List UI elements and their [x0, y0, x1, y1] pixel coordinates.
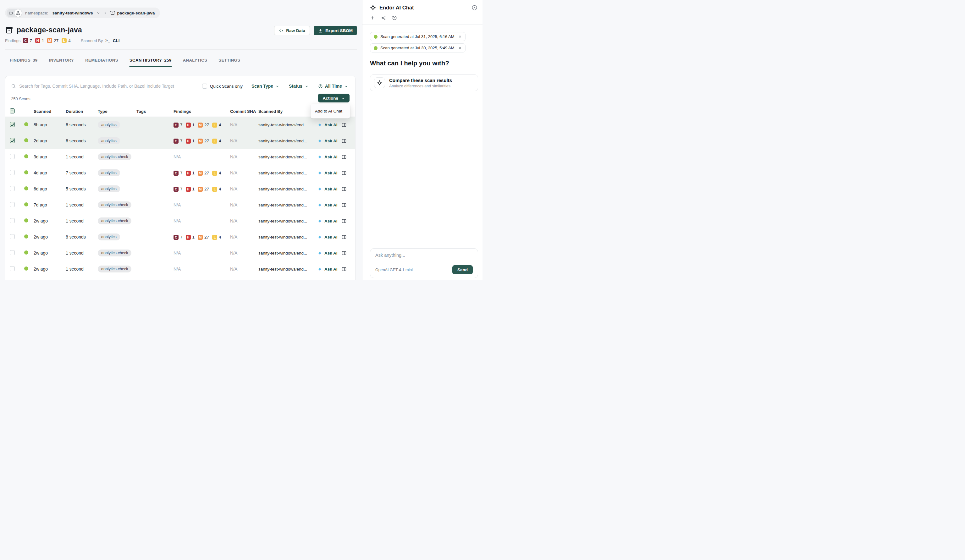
row-checkbox[interactable]	[10, 202, 15, 207]
severity-badge-H: H	[186, 122, 191, 127]
share-icon[interactable]	[381, 15, 386, 20]
history-icon[interactable]	[392, 15, 397, 20]
ask-ai-button[interactable]: Ask AI	[317, 155, 341, 159]
select-all-checkbox[interactable]	[10, 108, 15, 113]
chat-input[interactable]	[375, 253, 473, 258]
severity-M: M27	[198, 139, 209, 144]
ask-ai-button[interactable]: Ask AI	[317, 171, 341, 175]
search-input[interactable]	[19, 83, 199, 89]
open-side-panel-button[interactable]	[341, 138, 354, 144]
row-checkbox[interactable]	[10, 234, 15, 239]
row-duration: 1 second	[66, 250, 98, 255]
chip-remove-button[interactable]	[458, 35, 462, 38]
row-checkbox[interactable]	[10, 218, 15, 223]
close-chat-icon[interactable]	[471, 5, 478, 11]
tab-remediations[interactable]: REMEDIATIONS	[85, 54, 118, 67]
open-side-panel-button[interactable]	[341, 170, 354, 176]
raw-data-button[interactable]: Raw Data	[274, 26, 310, 35]
severity-badge-M: M	[198, 187, 203, 192]
open-side-panel-button[interactable]	[341, 234, 354, 240]
column-header-scanned-by: Scanned By	[258, 109, 317, 114]
side-panel-icon	[341, 138, 347, 144]
namespace-value[interactable]: sanity-test-windows	[52, 11, 93, 15]
row-checkbox[interactable]	[10, 138, 15, 143]
table-row[interactable]: 4d ago7 secondsanalyticsC7H1M27L4N/Asani…	[5, 165, 355, 181]
time-range-dropdown[interactable]: All Time	[318, 83, 348, 89]
na-value: N/A	[173, 154, 181, 159]
quick-scans-filter[interactable]: Quick Scans only	[202, 83, 243, 89]
ask-ai-button[interactable]: Ask AI	[317, 235, 341, 240]
scan-type-dropdown[interactable]: Scan Type	[252, 83, 280, 89]
chat-title: Endor AI Chat	[379, 5, 414, 11]
row-findings: N/A	[173, 250, 230, 255]
tab-findings[interactable]: FINDINGS39	[10, 54, 38, 67]
row-checkbox[interactable]	[10, 250, 15, 255]
table-row[interactable]: 3d ago1 secondanalytics-checkN/AN/Asanit…	[5, 149, 355, 165]
tree-view-icon[interactable]	[15, 10, 22, 17]
row-checkbox[interactable]	[10, 122, 15, 127]
table-row[interactable]: 6d ago5 secondsanalyticsC7H1M27L4N/Asani…	[5, 181, 355, 197]
export-sbom-button[interactable]: Export SBOM	[314, 26, 357, 35]
ask-ai-button[interactable]: Ask AI	[317, 203, 341, 207]
row-checkbox[interactable]	[10, 186, 15, 191]
ask-ai-label: Ask AI	[324, 267, 338, 271]
na-value: N/A	[173, 250, 181, 255]
row-commit-sha: N/A	[230, 234, 258, 240]
findings-summary: Findings C7H1M27L4 · Scanned By >_ CLI	[5, 38, 120, 43]
tab-analytics[interactable]: ANALYTICS	[183, 54, 208, 67]
chip-remove-icon	[458, 46, 462, 50]
namespace-chevron-down-icon[interactable]	[96, 11, 100, 15]
ask-ai-button[interactable]: Ask AI	[317, 139, 341, 143]
open-side-panel-button[interactable]	[341, 250, 354, 256]
column-header-tags: Tags	[136, 109, 173, 114]
tab-settings[interactable]: SETTINGS	[218, 54, 240, 67]
severity-badge-C: C	[173, 139, 178, 144]
severity-badge-M: M	[198, 235, 203, 240]
status-dropdown[interactable]: Status	[289, 83, 309, 89]
tab-inventory[interactable]: INVENTORY	[49, 54, 75, 67]
table-row[interactable]: 2d ago6 secondsanalyticsC7H1M27L4N/Asani…	[5, 133, 355, 149]
table-row[interactable]: 2w ago8 secondsanalyticsC7H1M27L4N/Asani…	[5, 229, 355, 245]
open-side-panel-button[interactable]	[341, 202, 354, 208]
menu-item-add-to-ai-chat[interactable]: Add to AI Chat	[311, 106, 350, 116]
row-duration: 1 second	[66, 154, 98, 159]
new-chat-icon[interactable]	[370, 15, 375, 20]
severity-count: 27	[204, 187, 209, 191]
header-divider	[5, 49, 357, 50]
table-row[interactable]: 7d ago1 secondanalytics-checkN/AN/Asanit…	[5, 197, 355, 213]
actions-button[interactable]: Actions	[318, 94, 350, 103]
row-checkbox[interactable]	[10, 170, 15, 175]
open-side-panel-button[interactable]	[341, 219, 354, 224]
ask-ai-button[interactable]: Ask AI	[317, 122, 341, 127]
open-side-panel-button[interactable]	[341, 122, 354, 127]
folder-view-icon[interactable]	[7, 10, 15, 17]
row-checkbox[interactable]	[10, 266, 15, 271]
scan-type-label: Scan Type	[252, 83, 273, 89]
tab-scan-history[interactable]: SCAN HISTORY259	[129, 54, 172, 67]
ask-ai-button[interactable]: Ask AI	[317, 267, 341, 271]
severity-badge-C: C	[173, 187, 178, 192]
row-checkbox[interactable]	[10, 154, 15, 159]
chip-remove-button[interactable]	[458, 46, 462, 50]
table-row[interactable]: 8h ago6 secondsanalyticsC7H1M27L4N/Asani…	[5, 117, 355, 133]
send-button[interactable]: Send	[452, 265, 473, 274]
page-header: package-scan-java Findings C7H1M27L4 · S…	[0, 18, 362, 43]
severity-H: H1	[186, 139, 195, 144]
suggestion-card[interactable]: Compare these scan results Analyze diffe…	[370, 75, 478, 91]
quick-scans-checkbox[interactable]	[202, 83, 207, 89]
breadcrumb-project[interactable]: package-scan-java	[110, 10, 155, 15]
open-side-panel-button[interactable]	[341, 266, 354, 272]
status-dot	[24, 266, 28, 271]
actions-dropdown-menu: Add to AI Chat	[311, 104, 350, 119]
ask-ai-button[interactable]: Ask AI	[317, 251, 341, 255]
severity-count: 1	[192, 139, 195, 143]
ask-ai-button[interactable]: Ask AI	[317, 187, 341, 191]
table-row[interactable]: 2w ago1 secondanalytics-checkN/AN/Asanit…	[5, 277, 355, 280]
ask-ai-button[interactable]: Ask AI	[317, 219, 341, 224]
table-row[interactable]: 2w ago1 secondanalytics-checkN/AN/Asanit…	[5, 261, 355, 277]
table-row[interactable]: 2w ago1 secondanalytics-checkN/AN/Asanit…	[5, 213, 355, 229]
row-scanned: 2w ago	[34, 234, 66, 240]
open-side-panel-button[interactable]	[341, 186, 354, 192]
table-row[interactable]: 2w ago1 secondanalytics-checkN/AN/Asanit…	[5, 245, 355, 261]
open-side-panel-button[interactable]	[341, 154, 354, 160]
